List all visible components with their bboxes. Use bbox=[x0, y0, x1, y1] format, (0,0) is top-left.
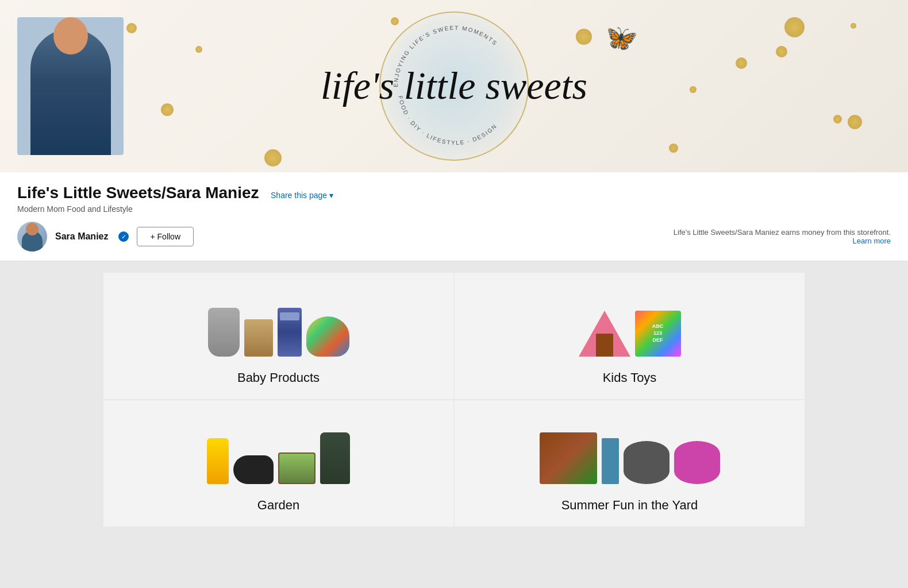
sunscreen-image bbox=[278, 308, 302, 357]
categories-grid: Baby Products ABC123DEF Kids Toys Garden bbox=[103, 273, 805, 527]
follow-button[interactable]: + Follow bbox=[137, 227, 194, 246]
garden-images bbox=[207, 421, 350, 484]
gold-dot bbox=[690, 86, 697, 93]
share-page-link[interactable]: Share this page ▾ bbox=[271, 191, 333, 200]
verified-icon: ✓ bbox=[118, 231, 129, 242]
tent-image bbox=[579, 302, 630, 357]
playgym-image bbox=[306, 316, 349, 357]
category-name-summer-fun: Summer Fun in the Yard bbox=[561, 498, 698, 513]
baby-products-images bbox=[208, 293, 349, 357]
category-card-summer-fun[interactable]: Summer Fun in the Yard bbox=[455, 400, 805, 527]
gold-dot bbox=[126, 23, 137, 33]
butterfly-decoration: 🦋 bbox=[606, 23, 638, 53]
category-card-kids-toys[interactable]: ABC123DEF Kids Toys bbox=[455, 273, 805, 399]
planter-image bbox=[278, 452, 316, 484]
category-name-baby-products: Baby Products bbox=[237, 370, 320, 385]
gold-dot bbox=[195, 46, 202, 53]
earnings-note: Life's Little Sweets/Sara Maniez earns m… bbox=[661, 228, 891, 245]
page-title: Life's Little Sweets/Sara Maniez bbox=[17, 184, 259, 202]
learn-more-link[interactable]: Learn more bbox=[853, 237, 891, 245]
author-row: Sara Maniez ✓ + Follow Life's Little Swe… bbox=[17, 222, 891, 252]
gold-dot bbox=[851, 23, 856, 29]
lotion-image bbox=[244, 319, 273, 357]
trampoline-purple-image bbox=[674, 441, 720, 484]
category-name-kids-toys: Kids Toys bbox=[603, 370, 657, 385]
playset-image bbox=[540, 432, 597, 484]
summer-fun-images bbox=[540, 421, 720, 484]
kids-toys-images: ABC123DEF bbox=[579, 293, 681, 357]
swing-image bbox=[602, 438, 619, 484]
category-card-garden[interactable]: Garden bbox=[103, 400, 453, 527]
author-left: Sara Maniez ✓ + Follow bbox=[17, 222, 194, 252]
category-name-garden: Garden bbox=[257, 498, 299, 513]
page-subtitle: Modern Mom Food and Lifestyle bbox=[17, 204, 891, 214]
gold-dot bbox=[736, 57, 747, 69]
boots-image bbox=[320, 432, 350, 484]
alphabet-letters-image: ABC123DEF bbox=[635, 311, 681, 357]
category-card-baby-products[interactable]: Baby Products bbox=[103, 273, 453, 399]
author-name: Sara Maniez bbox=[55, 231, 108, 242]
gold-dot bbox=[784, 17, 805, 37]
banner-logo-area: ENJOYING LIFE'S SWEET MOMENTS FOOD · DIY… bbox=[224, 6, 684, 167]
clogs-image bbox=[233, 455, 274, 484]
avatar bbox=[17, 222, 47, 252]
profile-section: Life's Little Sweets/Sara Maniez Share t… bbox=[0, 172, 908, 261]
main-content: Baby Products ABC123DEF Kids Toys Garden bbox=[0, 261, 908, 588]
gold-dot bbox=[848, 115, 862, 129]
trampoline-black-image bbox=[624, 441, 670, 484]
garden-spray-image bbox=[207, 438, 229, 484]
gold-dot bbox=[161, 103, 174, 116]
banner-profile-image bbox=[17, 17, 124, 155]
baby-carrier-image bbox=[208, 308, 240, 357]
banner-title: life's little sweets bbox=[321, 66, 587, 105]
banner: ENJOYING LIFE'S SWEET MOMENTS FOOD · DIY… bbox=[0, 0, 908, 172]
gold-dot bbox=[776, 46, 787, 57]
gold-dot bbox=[833, 115, 842, 123]
